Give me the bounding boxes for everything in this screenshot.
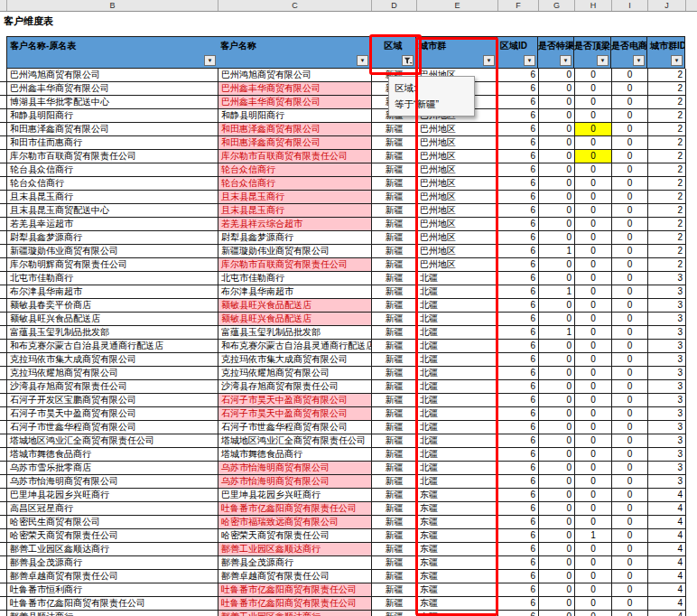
cell-customer-name[interactable]: 轮台众信商行 <box>218 177 372 191</box>
cell-pillar[interactable]: 0 <box>575 434 612 448</box>
column-letter-I[interactable]: I <box>612 0 648 11</box>
cell-region-id[interactable]: 6 <box>498 218 539 231</box>
cell-customer-original[interactable]: 博湖县丰华批零配送中心 <box>7 96 218 109</box>
header-region-id[interactable]: 区域ID ▼ <box>497 36 538 69</box>
cell-customer-name[interactable]: 富蕴县玉玺乳制品批发部 <box>218 326 372 340</box>
cell-customer-name[interactable]: 且末县昆玉商行 <box>218 204 372 218</box>
cell-pillar[interactable]: 0 <box>575 353 612 367</box>
cell-ecommerce[interactable]: 0 <box>612 272 648 285</box>
cell-city-group-id[interactable]: 3 <box>648 448 686 462</box>
cell-ecommerce[interactable]: 0 <box>612 556 648 570</box>
cell-ecommerce[interactable]: 0 <box>612 299 648 313</box>
cell-customer-name[interactable]: 克拉玛依市集大成商贸有限公司 <box>218 353 372 367</box>
cell-city-group-id[interactable]: 3 <box>648 462 686 475</box>
cell-customer-name[interactable]: 吐鲁番市亿鑫阳商贸有限责任公司 <box>218 597 372 611</box>
cell-pillar[interactable]: 0 <box>575 448 612 462</box>
cell-customer-name[interactable]: 塔城地区鸿业汇全商贸有限责任公司 <box>218 434 372 448</box>
cell-region-id[interactable]: 6 <box>498 96 539 109</box>
cell-ecommerce[interactable]: 0 <box>612 353 648 367</box>
cell-region-id[interactable]: 6 <box>498 272 539 285</box>
header-customer-name[interactable]: 客户名称 ▼ <box>218 36 371 69</box>
cell-special-channel[interactable]: 0 <box>539 462 575 475</box>
cell-pillar[interactable]: 0 <box>575 272 612 285</box>
cell-city-group-id[interactable]: 4 <box>648 516 686 529</box>
cell-special-channel[interactable]: 0 <box>539 313 575 326</box>
cell-pillar[interactable]: 0 <box>575 475 612 489</box>
cell-city-group-id[interactable]: 4 <box>648 529 686 543</box>
cell-customer-original[interactable]: 富蕴县玉玺乳制品批发部 <box>7 326 218 340</box>
cell-ecommerce[interactable]: 0 <box>612 326 648 340</box>
cell-customer-original[interactable]: 北屯市佳勒商行 <box>7 272 218 285</box>
cell-customer-original[interactable]: 鄯善工业园区鑫顺达商行 <box>7 543 218 556</box>
cell-customer-name[interactable]: 库尔勒市百联商贸有限责任公司 <box>218 258 372 272</box>
filter-dropdown-customer-name[interactable]: ▼ <box>357 55 368 66</box>
cell-pillar[interactable]: 0 <box>575 367 612 380</box>
cell-customer-name[interactable]: 尉犁县鑫梦源商行 <box>218 231 372 245</box>
cell-special-channel[interactable]: 0 <box>539 597 575 611</box>
cell-pillar[interactable]: 0 <box>575 421 612 434</box>
filter-dropdown-customer-original[interactable]: ▼ <box>204 55 216 66</box>
cell-pillar[interactable]: 0 <box>575 611 612 616</box>
cell-city-group-id[interactable]: 4 <box>648 611 686 616</box>
cell-special-channel[interactable]: 0 <box>539 556 575 570</box>
cell-customer-original[interactable]: 和田惠泽鑫商贸有限公司 <box>7 123 218 136</box>
cell-customer-original[interactable]: 高昌区冠星商行 <box>7 502 218 516</box>
cell-special-channel[interactable]: 0 <box>539 231 575 245</box>
cell-region-id[interactable]: 6 <box>498 556 539 570</box>
cell-pillar[interactable]: 0 <box>575 543 612 556</box>
cell-region[interactable]: 新疆 <box>372 245 417 258</box>
cell-city-group-id[interactable]: 3 <box>648 434 686 448</box>
cell-region-id[interactable]: 6 <box>498 583 539 597</box>
cell-ecommerce[interactable]: 0 <box>612 96 648 109</box>
cell-special-channel[interactable]: 0 <box>539 204 575 218</box>
cell-pillar[interactable]: 0 <box>575 109 612 123</box>
cell-special-channel[interactable]: 0 <box>539 502 575 516</box>
header-pillar[interactable]: 是否顶梁柱 ▼ <box>574 36 611 69</box>
column-letter-G[interactable]: G <box>539 0 575 11</box>
cell-special-channel[interactable]: 0 <box>539 543 575 556</box>
cell-region[interactable]: 新疆 <box>372 313 417 326</box>
cell-region-id[interactable]: 6 <box>498 231 539 245</box>
cell-region[interactable]: 新疆 <box>372 326 417 340</box>
cell-special-channel[interactable]: 0 <box>539 516 575 529</box>
cell-region[interactable]: 新疆 <box>372 597 417 611</box>
cell-ecommerce[interactable]: 0 <box>612 340 648 353</box>
cell-region-id[interactable]: 6 <box>498 448 539 462</box>
cell-customer-name[interactable]: 和田惠泽鑫商贸有限公司 <box>218 123 372 136</box>
cell-region-id[interactable]: 6 <box>498 123 539 136</box>
cell-special-channel[interactable]: 0 <box>539 407 575 421</box>
cell-region[interactable]: 新疆 <box>372 299 417 313</box>
cell-special-channel[interactable]: 0 <box>539 123 575 136</box>
cell-special-channel[interactable]: 0 <box>539 380 575 394</box>
cell-city-group-id[interactable]: 2 <box>648 177 686 191</box>
cell-customer-original[interactable]: 额敏县旺兴食品配送店 <box>7 313 218 326</box>
cell-ecommerce[interactable]: 0 <box>612 204 648 218</box>
cell-customer-name[interactable]: 新疆璇勋伟业商贸有限公司 <box>218 245 372 258</box>
cell-region-id[interactable]: 6 <box>498 407 539 421</box>
cell-region-id[interactable]: 6 <box>498 313 539 326</box>
cell-special-channel[interactable]: 0 <box>539 150 575 163</box>
cell-ecommerce[interactable]: 0 <box>612 82 648 96</box>
cell-city-group-id[interactable]: 3 <box>648 380 686 394</box>
cell-customer-name[interactable]: 库尔勒市百联商贸有限责任公司 <box>218 150 372 163</box>
cell-ecommerce[interactable]: 0 <box>612 434 648 448</box>
cell-pillar[interactable]: 0 <box>575 556 612 570</box>
cell-ecommerce[interactable]: 0 <box>612 367 648 380</box>
cell-special-channel[interactable]: 0 <box>539 191 575 204</box>
cell-region-id[interactable]: 6 <box>498 611 539 616</box>
cell-customer-original[interactable]: 和静县明阳商行 <box>7 109 218 123</box>
cell-region-id[interactable]: 6 <box>498 136 539 150</box>
cell-special-channel[interactable]: 0 <box>539 367 575 380</box>
cell-region-id[interactable]: 6 <box>498 299 539 313</box>
cell-customer-original[interactable]: 鄯善卓越商贸有限责任公司 <box>7 570 218 583</box>
cell-region[interactable]: 新疆 <box>372 570 417 583</box>
cell-region-id[interactable]: 6 <box>498 245 539 258</box>
cell-customer-original[interactable]: 且末县昆玉商贸配送中心 <box>7 204 218 218</box>
cell-region[interactable]: 新疆 <box>372 367 417 380</box>
cell-customer-original[interactable]: 吐鲁番市恒利商行 <box>7 583 218 597</box>
cell-pillar[interactable]: 0 <box>575 136 612 150</box>
cell-region-id[interactable]: 6 <box>498 597 539 611</box>
cell-region[interactable]: 新疆 <box>372 123 417 136</box>
cell-ecommerce[interactable]: 0 <box>612 543 648 556</box>
cell-customer-original[interactable]: 乌苏市雪乐批零商店 <box>7 462 218 475</box>
